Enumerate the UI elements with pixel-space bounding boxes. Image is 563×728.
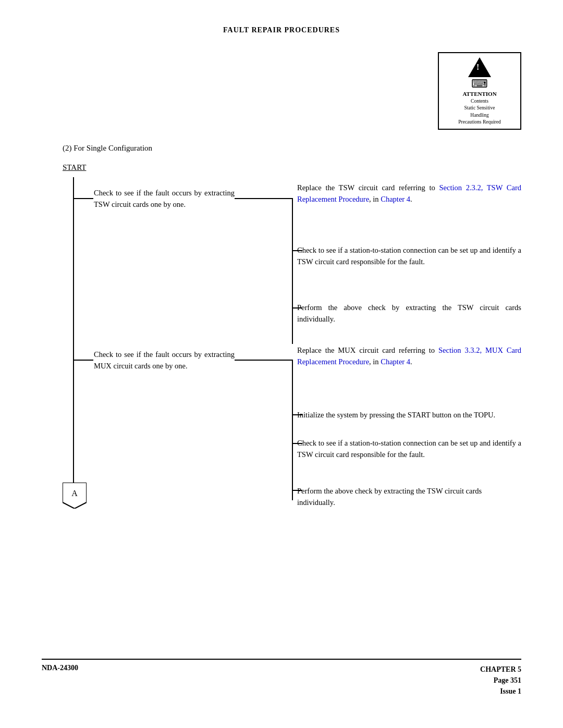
v-line-right-1 [292,198,293,344]
left-rail-line [73,177,74,500]
block-right-4: Replace the MUX circuit card referring t… [297,345,521,374]
footer-issue: Issue 1 [480,686,521,697]
footer-chapter: CHAPTER 5 [480,664,521,675]
hand-icon: ⌨ [442,78,517,90]
sub-config-label: (2) For Single Configuration [63,144,521,153]
right-text-6: Check to see if a station-to-station con… [297,438,521,461]
page: FAULT REPAIR PROCEDURES ⌨ ATTENTION Cont… [0,0,563,728]
static-lines: Contents Static Sensitive Handling Preca… [442,98,517,126]
attention-label: ATTENTION [442,91,517,97]
right-text-5: Initialize the system by pressing the ST… [297,410,521,421]
right-text-1: Replace the TSW circuit card referring t… [297,182,521,205]
h-line-2 [74,360,93,361]
v-line-right-2 [292,360,293,500]
right-text-3: Perform the above check by extracting th… [297,302,521,325]
page-footer: NDA-24300 CHAPTER 5 Page 351 Issue 1 [42,659,521,697]
block-right-6: Check to see if a station-to-station con… [297,438,521,467]
static-sensitive-box: ⌨ ATTENTION Contents Static Sensitive Ha… [438,52,521,130]
block-right-5: Initialize the system by pressing the ST… [297,410,521,427]
block-right-1: Replace the TSW circuit card referring t… [297,182,521,212]
header-title: FAULT REPAIR PROCEDURES [223,26,340,34]
right-text-4: Replace the MUX circuit card referring t… [297,345,521,368]
block-right-2: Check to see if a station-to-station con… [297,245,521,274]
h-line-1b [235,198,292,199]
right-text-2: Check to see if a station-to-station con… [297,245,521,268]
chapter-4-link-1[interactable]: Chapter 4 [381,195,410,203]
flow-diagram: Check to see if the fault occurs by extr… [63,177,521,526]
footer-doc-id: NDA-24300 [42,664,78,697]
start-label: START [63,163,521,172]
h-line-1 [74,198,93,199]
block-right-7: Perform the above check by extracting th… [297,486,521,509]
block-right-3: Perform the above check by extracting th… [297,302,521,331]
connector-a: A [63,483,87,511]
warning-triangle-icon [468,57,491,77]
page-header: FAULT REPAIR PROCEDURES [42,0,521,40]
svg-text:A: A [71,489,78,498]
footer-page: Page 351 [480,675,521,686]
footer-chapter-info: CHAPTER 5 Page 351 Issue 1 [480,664,521,697]
block-left-2: Check to see if the fault occurs by extr… [94,349,235,372]
block-left-1: Check to see if the fault occurs by extr… [94,188,235,211]
chapter-4-link-2[interactable]: Chapter 4 [381,357,410,366]
h-line-2b [235,360,292,361]
